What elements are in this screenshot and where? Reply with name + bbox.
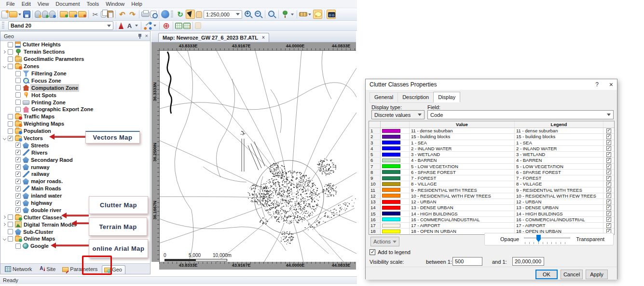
chevron-right-icon[interactable] <box>2 223 6 226</box>
tree-checkbox[interactable] <box>8 57 13 62</box>
tab-display[interactable]: Display <box>433 92 460 102</box>
color-swatch[interactable] <box>382 158 400 162</box>
legend-cell[interactable]: 16 - COMMERCIAL/INDUSTRIAL <box>515 217 603 222</box>
transparency-slider-track[interactable] <box>524 237 570 239</box>
legend-cell[interactable]: 5 - LOW VEGETATION <box>515 164 603 169</box>
pan-hand-icon[interactable] <box>196 11 202 18</box>
chevron-right-icon[interactable] <box>2 50 6 54</box>
value-cell[interactable]: 14 - HIGH BUILDINGS <box>410 211 515 216</box>
tree-checkbox[interactable] <box>15 172 21 177</box>
legend-cell[interactable]: 3 - WETLAND <box>515 152 603 157</box>
value-cell[interactable]: 3 - WETLAND <box>410 152 515 157</box>
tree-item-rivers[interactable]: Rivers <box>0 149 150 156</box>
visibility-checkbox[interactable] <box>606 170 611 174</box>
visibility-checkbox[interactable] <box>606 146 611 151</box>
color-swatch[interactable] <box>382 224 400 228</box>
dropdown-arrow-icon[interactable] <box>135 25 138 27</box>
tree-item-focus-zone[interactable]: Focus Zone <box>0 77 150 84</box>
table-row[interactable]: 97 - FOREST7 - FOREST <box>369 175 614 181</box>
doc-tab-network[interactable]: Network <box>2 265 35 274</box>
visibility-checkbox[interactable] <box>606 134 611 139</box>
color-swatch[interactable] <box>382 135 400 139</box>
table-row[interactable]: 108 - VILLAGE8 - VILLAGE <box>369 181 614 187</box>
value-cell[interactable]: 8 - VILLAGE <box>410 181 515 186</box>
band-combo[interactable]: Band 20 <box>8 21 113 30</box>
color-swatch[interactable] <box>382 146 400 150</box>
archive-import-icon[interactable] <box>60 11 68 17</box>
field-select[interactable]: Code <box>427 110 614 119</box>
color-swatch[interactable] <box>382 153 400 157</box>
toolbar-grip[interactable] <box>2 22 4 29</box>
map-canvas[interactable]: 0 5,000 10,000m <box>159 50 356 262</box>
visibility-checkbox[interactable] <box>606 182 611 186</box>
pin-icon[interactable] <box>138 34 142 39</box>
tree-checkbox[interactable] <box>8 136 13 141</box>
value-cell[interactable]: 17 - AIRPORT <box>410 223 515 228</box>
toolbar-grip[interactable] <box>171 11 173 18</box>
value-cell[interactable]: 15 - building blocks <box>410 134 515 139</box>
dropdown-arrow-icon[interactable] <box>291 14 294 15</box>
color-swatch[interactable] <box>382 176 400 180</box>
tree-checkbox[interactable] <box>15 207 21 213</box>
color-swatch[interactable] <box>382 229 400 233</box>
close-icon[interactable]: × <box>262 35 265 40</box>
tree-checkbox[interactable] <box>15 92 21 98</box>
visibility-checkbox[interactable] <box>606 129 611 133</box>
table-row[interactable]: 53 - WETLAND3 - WETLAND <box>369 152 614 157</box>
cancel-button[interactable]: Cancel <box>561 270 583 279</box>
antenna-icon[interactable] <box>118 22 124 29</box>
apply-button[interactable]: Apply <box>586 270 608 279</box>
value-cell[interactable]: 4 - BARREN <box>410 157 515 163</box>
zoom-in-icon[interactable]: + <box>244 10 253 19</box>
legend-cell[interactable]: 8 - VILLAGE <box>515 181 603 186</box>
value-cell[interactable]: 9 - RESIDENTIAL WITH TREES <box>410 187 515 193</box>
close-icon[interactable]: × <box>609 81 613 88</box>
tree-item-geographic-export-zone[interactable]: Geographic Export Zone <box>0 106 150 113</box>
tree-checkbox[interactable] <box>15 78 21 83</box>
tree-checkbox[interactable] <box>15 150 21 155</box>
value-cell[interactable]: 12 - URBAN <box>410 199 515 204</box>
visibility-checkbox[interactable] <box>606 205 611 210</box>
tree-checkbox[interactable] <box>15 107 21 112</box>
zoom-search-icon[interactable] <box>267 10 276 19</box>
tree-checkbox[interactable] <box>15 71 21 76</box>
tree-checkbox[interactable] <box>15 164 21 170</box>
print-icon[interactable] <box>141 12 150 17</box>
table-row[interactable]: 75 - LOW VEGETATION5 - LOW VEGETATION <box>369 164 614 170</box>
tree-checkbox[interactable] <box>8 236 13 242</box>
database-user-icon[interactable] <box>49 11 55 18</box>
tree-checkbox[interactable] <box>8 214 13 220</box>
value-cell[interactable]: 16 - COMMERCIAL/INDUSTRIAL <box>410 217 515 222</box>
tree-checkbox[interactable] <box>15 157 21 162</box>
color-swatch[interactable] <box>382 129 400 133</box>
paste-icon[interactable] <box>107 11 113 18</box>
transparency-slider-thumb[interactable] <box>536 235 541 242</box>
tree-checkbox[interactable] <box>15 143 21 148</box>
value-cell[interactable]: 13 - DENSE URBAN <box>410 205 515 210</box>
copy-icon[interactable] <box>101 11 106 17</box>
map-scale-combo[interactable]: 1:250,000 <box>204 10 242 19</box>
tree-checkbox[interactable] <box>15 179 21 184</box>
color-swatch[interactable] <box>382 164 400 168</box>
table-calc-icon[interactable] <box>175 23 182 29</box>
visibility-checkbox[interactable] <box>606 193 611 198</box>
font-size-icon[interactable] <box>125 21 134 30</box>
table-row[interactable]: 119 - RESIDENTIAL WITH TREES9 - RESIDENT… <box>369 187 614 193</box>
tree-item-printing-zone[interactable]: Printing Zone <box>0 99 150 106</box>
legend-cell[interactable]: 17 - AIRPORT <box>515 223 603 228</box>
legend-cell[interactable]: 6 - SPARSE FOREST <box>515 170 603 175</box>
redo-icon[interactable] <box>128 10 137 19</box>
table-row[interactable]: 42 - INLAND WATER2 - INLAND WATER <box>369 146 614 152</box>
value-cell[interactable]: 7 - FOREST <box>410 175 515 181</box>
tree-checkbox[interactable] <box>15 186 21 191</box>
chevron-down-icon[interactable] <box>3 65 6 68</box>
tree-checkbox[interactable] <box>15 85 21 90</box>
visibility-checkbox[interactable] <box>606 200 611 204</box>
doc-tab-site[interactable]: Site <box>36 265 59 274</box>
tree-item-weighting-maps[interactable]: Weighting Maps <box>0 120 150 128</box>
table-row[interactable]: 1514 - HIGH BUILDINGS14 - HIGH BUILDINGS <box>369 211 614 217</box>
tree-item-terrain-sections[interactable]: Terrain Sections <box>0 48 150 56</box>
table-row[interactable]: 31 - SEA1 - SEA <box>369 140 614 146</box>
value-cell[interactable]: 2 - INLAND WATER <box>410 146 515 151</box>
tree-checkbox[interactable] <box>8 129 13 134</box>
